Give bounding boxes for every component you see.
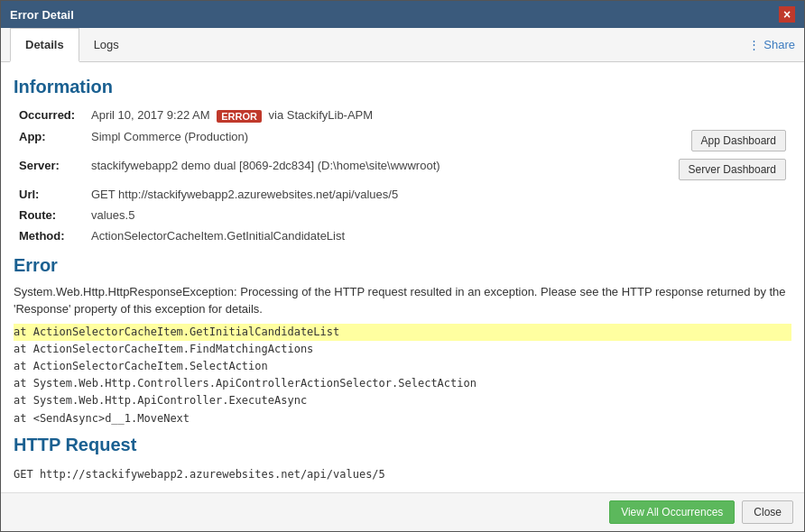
http-request-url: GET http://stackifywebapp2.azurewebsites… xyxy=(14,463,791,486)
app-value-cell: Simpl Commerce (Production) App Dashboar… xyxy=(86,126,791,155)
view-all-occurrences-button[interactable]: View All Occurrences xyxy=(609,500,735,524)
server-value-cell: stackifywebapp2 demo dual [8069-2dc834] … xyxy=(86,155,791,184)
method-label: Method: xyxy=(14,225,86,246)
server-dashboard-button[interactable]: Server Dashboard xyxy=(679,159,786,180)
modal-title: Error Detail xyxy=(10,8,74,22)
occurred-label: Occurred: xyxy=(14,105,86,126)
url-value: GET http://stackifywebapp2.azurewebsites… xyxy=(86,184,791,205)
information-table: Occurred: April 10, 2017 9:22 AM ERROR v… xyxy=(14,105,791,246)
share-icon: ⋮ xyxy=(748,38,760,51)
app-value: Simpl Commerce (Production) xyxy=(91,130,248,143)
stack-line-1: at ActionSelectorCacheItem.FindMatchingA… xyxy=(14,341,791,358)
occurred-row: Occurred: April 10, 2017 9:22 AM ERROR v… xyxy=(14,105,791,126)
route-value: values.5 xyxy=(86,205,791,225)
app-dashboard-button[interactable]: App Dashboard xyxy=(691,130,786,151)
url-row: Url: GET http://stackifywebapp2.azureweb… xyxy=(14,184,791,205)
stack-line-5: at <SendAsync>d__1.MoveNext xyxy=(14,410,791,427)
url-label: Url: xyxy=(14,184,86,205)
server-label: Server: xyxy=(14,155,86,184)
server-row: Server: stackifywebapp2 demo dual [8069-… xyxy=(14,155,791,184)
error-section: Error System.Web.Http.HttpResponseExcept… xyxy=(14,255,791,427)
method-value: ActionSelectorCacheItem.GetInitialCandid… xyxy=(86,225,791,246)
information-section-title: Information xyxy=(14,77,791,97)
error-badge: ERROR xyxy=(217,110,262,123)
tab-logs[interactable]: Logs xyxy=(79,29,134,62)
stack-line-2: at ActionSelectorCacheItem.SelectAction xyxy=(14,358,791,375)
method-row: Method: ActionSelectorCacheItem.GetIniti… xyxy=(14,225,791,246)
stack-line-3: at System.Web.Http.Controllers.ApiContro… xyxy=(14,375,791,392)
stack-trace: at ActionSelectorCacheItem.GetInitialCan… xyxy=(14,324,791,427)
modal-body: Information Occurred: April 10, 2017 9:2… xyxy=(1,62,804,492)
error-section-title: Error xyxy=(14,255,791,276)
route-label: Route: xyxy=(14,205,86,225)
http-request-title: HTTP Request xyxy=(14,435,791,455)
share-button[interactable]: ⋮ Share xyxy=(748,38,795,51)
app-row: App: Simpl Commerce (Production) App Das… xyxy=(14,126,791,155)
error-message: System.Web.Http.HttpResponseException: P… xyxy=(14,283,791,318)
stack-line-4: at System.Web.Http.ApiController.Execute… xyxy=(14,392,791,409)
error-detail-modal: Error Detail × Details Logs ⋮ Share Info… xyxy=(0,0,805,532)
route-row: Route: values.5 xyxy=(14,205,791,225)
modal-footer: View All Occurrences Close xyxy=(1,492,804,531)
app-label: App: xyxy=(14,126,86,155)
tab-bar: Details Logs ⋮ Share xyxy=(1,28,804,62)
server-value: stackifywebapp2 demo dual [8069-2dc834] … xyxy=(91,159,440,172)
modal-close-button[interactable]: × xyxy=(779,6,795,23)
close-button[interactable]: Close xyxy=(742,500,793,524)
http-request-section: HTTP Request GET http://stackifywebapp2.… xyxy=(14,435,791,486)
occurred-value: April 10, 2017 9:22 AM ERROR via Stackif… xyxy=(86,105,791,126)
tab-details[interactable]: Details xyxy=(10,28,79,62)
modal-titlebar: Error Detail × xyxy=(1,1,804,28)
stack-line-0: at ActionSelectorCacheItem.GetInitialCan… xyxy=(14,324,791,341)
